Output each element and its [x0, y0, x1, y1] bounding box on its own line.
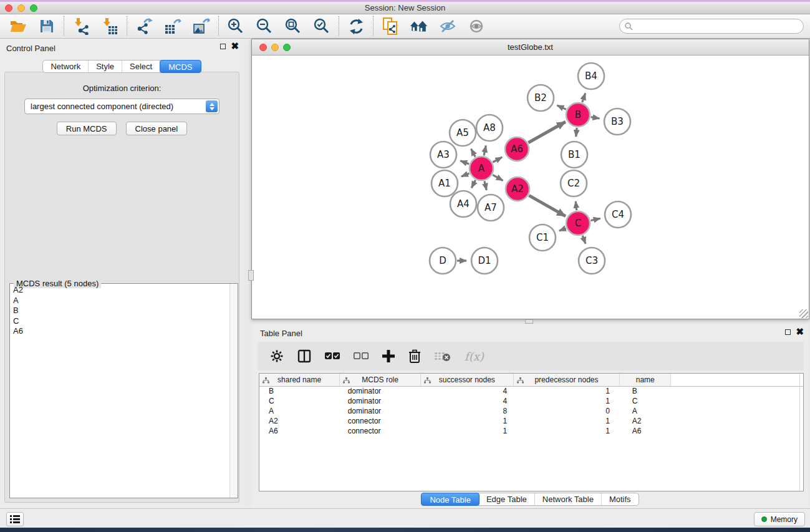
- table-row[interactable]: A2connector11A2: [259, 416, 803, 426]
- export-table-icon[interactable]: [163, 17, 182, 36]
- delete-table-icon[interactable]: [435, 351, 451, 362]
- network-zoom-button[interactable]: [283, 44, 291, 51]
- function-builder-icon[interactable]: f(x): [465, 350, 484, 363]
- graph-edge-A6-B[interactable]: [528, 122, 566, 142]
- open-folder-icon[interactable]: [9, 17, 27, 36]
- memory-button[interactable]: Memory: [754, 512, 805, 526]
- tab-style[interactable]: Style: [89, 60, 122, 72]
- graph-node-A4[interactable]: A4: [450, 191, 476, 217]
- graph-node-B2[interactable]: B2: [528, 85, 554, 111]
- graph-edge-B-B4[interactable]: [582, 94, 586, 103]
- graph-node-C[interactable]: C: [566, 211, 590, 235]
- export-image-icon[interactable]: [192, 17, 211, 36]
- tab-node-table[interactable]: Node Table: [421, 493, 480, 506]
- graph-node-A1[interactable]: A1: [432, 170, 458, 196]
- column-chooser-icon[interactable]: [297, 349, 311, 363]
- add-icon[interactable]: [382, 350, 395, 362]
- minimize-window-button[interactable]: [17, 4, 25, 12]
- zoom-fit-icon[interactable]: [284, 17, 302, 36]
- tab-network-table[interactable]: Network Table: [535, 493, 602, 505]
- table-row[interactable]: Bdominator41B: [259, 386, 803, 396]
- trash-icon[interactable]: [408, 349, 421, 363]
- zoom-window-button[interactable]: [30, 4, 37, 12]
- column-header-predecessor-nodes[interactable]: predecessor nodes: [513, 374, 620, 386]
- graph-node-C1[interactable]: C1: [529, 225, 556, 251]
- search-field[interactable]: [619, 19, 804, 34]
- import-table-icon[interactable]: [100, 17, 119, 36]
- graph-edge-A-A6[interactable]: [493, 157, 502, 162]
- graph-edge-A2-C[interactable]: [529, 195, 566, 216]
- graph-node-C2[interactable]: C2: [561, 170, 587, 196]
- result-item-b[interactable]: B: [11, 306, 229, 316]
- result-item-c[interactable]: C: [11, 316, 229, 327]
- tab-motifs[interactable]: Motifs: [602, 493, 639, 505]
- table-scrollbar[interactable]: [799, 374, 800, 491]
- graph-edge-A-A3[interactable]: [460, 161, 469, 164]
- zoom-selected-icon[interactable]: [312, 17, 331, 36]
- graph-node-D1[interactable]: D1: [471, 248, 498, 274]
- graph-node-A7[interactable]: A7: [478, 195, 504, 221]
- close-table-panel-icon[interactable]: ✖: [796, 328, 804, 336]
- close-window-button[interactable]: [5, 4, 12, 12]
- graph-edge-C-C1[interactable]: [559, 228, 566, 231]
- tab-select[interactable]: Select: [122, 60, 160, 72]
- eye-slash-icon[interactable]: [438, 17, 457, 36]
- tab-mcds[interactable]: MCDS: [160, 60, 201, 73]
- graph-edge-A-A8[interactable]: [484, 145, 486, 155]
- column-header-shared-name[interactable]: shared name: [259, 374, 340, 386]
- close-panel-icon[interactable]: ✖: [231, 42, 239, 50]
- graph-node-A3[interactable]: A3: [430, 142, 456, 168]
- export-network-icon[interactable]: [135, 17, 153, 36]
- graph-edge-B-B3[interactable]: [591, 117, 600, 118]
- run-mcds-button[interactable]: Run MCDS: [57, 122, 117, 135]
- table-row[interactable]: Cdominator41C: [259, 396, 803, 406]
- graph-node-B3[interactable]: B3: [604, 109, 630, 135]
- splitter-grip-horizontal[interactable]: [525, 319, 533, 324]
- table-row[interactable]: A6connector11A6: [259, 426, 803, 436]
- eye-icon[interactable]: [467, 17, 486, 36]
- graph-node-A8[interactable]: A8: [476, 115, 503, 141]
- criterion-dropdown[interactable]: largest connected component (directed): [24, 99, 219, 114]
- network-close-button[interactable]: [259, 44, 267, 51]
- graph-node-B1[interactable]: B1: [561, 142, 587, 168]
- graph-node-C4[interactable]: C4: [605, 201, 631, 228]
- graph-edge-A-A5[interactable]: [471, 149, 476, 157]
- float-panel-icon[interactable]: [220, 44, 226, 49]
- graph-node-B[interactable]: B: [566, 103, 590, 127]
- save-icon[interactable]: [37, 17, 56, 36]
- result-item-a6[interactable]: A6: [11, 326, 229, 337]
- network-canvas[interactable]: B4B2BB3A5A8A6A3B1AA1C2A2A4A7CC4C1C3DD1: [252, 56, 809, 319]
- import-network-icon[interactable]: [72, 17, 90, 36]
- graph-node-A5[interactable]: A5: [450, 120, 476, 146]
- float-table-panel-icon[interactable]: [785, 329, 791, 335]
- graph-edge-B-B1[interactable]: [576, 128, 577, 137]
- refresh-layout-icon[interactable]: [347, 17, 365, 36]
- splitter-grip[interactable]: [248, 270, 254, 281]
- graph-edge-A-A7[interactable]: [485, 181, 486, 190]
- zoom-in-icon[interactable]: [226, 17, 245, 36]
- graph-edge-A-A1[interactable]: [461, 173, 470, 177]
- graph-edge-C-C3[interactable]: [582, 236, 586, 244]
- column-header-name[interactable]: name: [620, 374, 671, 386]
- home-icon[interactable]: [410, 17, 428, 36]
- graph-node-B4[interactable]: B4: [578, 63, 604, 89]
- resize-grip-icon[interactable]: [799, 309, 808, 318]
- graph-node-D[interactable]: D: [430, 248, 456, 274]
- column-header-successor-nodes[interactable]: successor nodes: [420, 374, 513, 386]
- close-panel-button[interactable]: Close panel: [126, 122, 188, 135]
- graph-edge-C-C4[interactable]: [591, 218, 600, 220]
- network-window-titlebar[interactable]: testGlobe.txt: [252, 39, 809, 56]
- select-all-icon[interactable]: [325, 352, 340, 360]
- graph-node-A2[interactable]: A2: [506, 177, 529, 201]
- gear-icon[interactable]: [270, 349, 284, 363]
- graph-node-A6[interactable]: A6: [505, 137, 529, 161]
- tab-edge-table[interactable]: Edge Table: [479, 493, 535, 505]
- new-network-from-selection-icon[interactable]: [381, 17, 400, 36]
- tab-network[interactable]: Network: [43, 60, 89, 72]
- graph-node-A[interactable]: A: [470, 157, 493, 180]
- zoom-out-icon[interactable]: [255, 17, 274, 36]
- task-history-button[interactable]: [6, 512, 24, 526]
- deselect-all-icon[interactable]: [354, 352, 369, 360]
- graph-edge-A-A2[interactable]: [493, 175, 503, 180]
- graph-edge-B-B2[interactable]: [557, 105, 566, 110]
